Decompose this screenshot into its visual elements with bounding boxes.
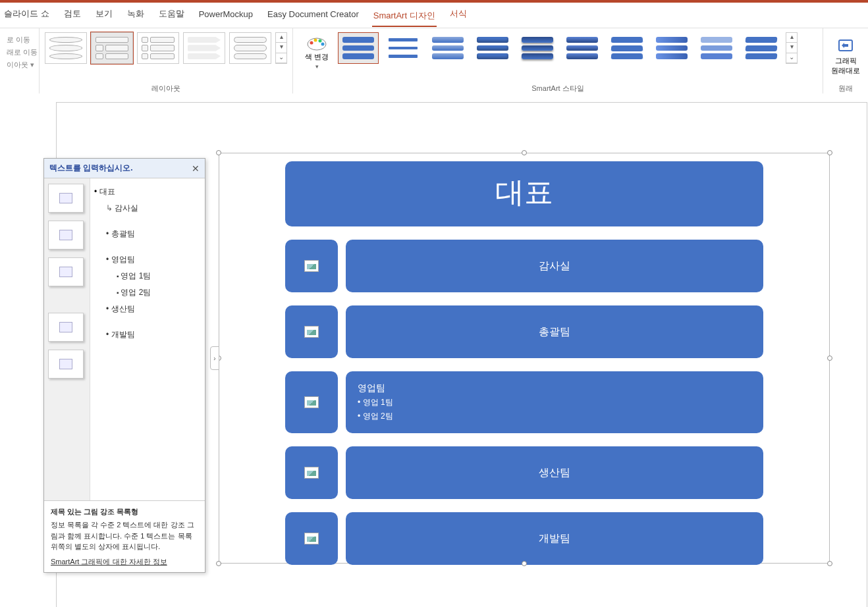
picture-placeholder[interactable]: [285, 305, 338, 358]
gallery-up-icon[interactable]: ▴: [276, 33, 286, 43]
text-pane-thumb[interactable]: [48, 257, 84, 286]
style-option-10[interactable]: [741, 32, 782, 64]
ribbon: 로 이동 래로 이동 이아웃 ▾: [0, 28, 868, 95]
reset-icon: [836, 36, 855, 55]
layout-option-2[interactable]: [91, 32, 133, 64]
smartart-text[interactable]: 감사실: [346, 240, 763, 292]
svg-point-4: [321, 43, 325, 46]
outline-item[interactable]: 개발팀: [94, 327, 201, 343]
action-layout[interactable]: 이아웃 ▾: [7, 60, 32, 70]
resize-handle[interactable]: [827, 356, 832, 361]
tab-format[interactable]: 서식: [448, 7, 468, 24]
gallery-down-icon[interactable]: ▾: [786, 43, 797, 53]
style-option-9[interactable]: [696, 32, 737, 64]
outline-item[interactable]: 영업 2팀: [94, 284, 201, 301]
smartart-row[interactable]: 총괄팀: [285, 305, 763, 358]
style-option-2[interactable]: [383, 32, 423, 64]
outline-item[interactable]: 영업 1팀: [94, 268, 201, 284]
text-pane-outline[interactable]: 대표감사실총괄팀영업팀영업 1팀영업 2팀생산팀개발팀: [90, 178, 205, 500]
picture-placeholder[interactable]: [285, 446, 338, 499]
style-option-7[interactable]: [607, 32, 647, 64]
picture-placeholder[interactable]: [285, 240, 338, 292]
tab-powermockup[interactable]: PowerMockup: [198, 8, 254, 23]
svg-point-3: [319, 40, 322, 43]
gallery-down-icon[interactable]: ▾: [276, 43, 286, 53]
text-pane-footer: 제목 있는 그림 강조 목록형 정보 목록을 각 수준 2 텍스트에 대한 강조…: [44, 501, 205, 573]
gallery-more-icon[interactable]: ⌄: [786, 53, 797, 63]
resize-handle[interactable]: [827, 561, 832, 566]
text-pane-thumb[interactable]: [48, 221, 84, 250]
layout-gallery-spinner[interactable]: ▴ ▾ ⌄: [275, 32, 287, 64]
layout-option-5[interactable]: [229, 32, 271, 64]
style-option-3[interactable]: [427, 32, 468, 64]
layout-option-1[interactable]: [45, 32, 87, 64]
style-option-1[interactable]: [338, 32, 379, 64]
resize-handle[interactable]: [827, 150, 832, 155]
footer-title: 제목 있는 그림 강조 목록형: [51, 506, 198, 517]
image-placeholder-icon: [304, 326, 319, 338]
layout-gallery: ▴ ▾ ⌄: [45, 32, 287, 64]
tab-smartart-design[interactable]: SmartArt 디자인: [372, 9, 437, 27]
smartart-content: 대표 감사실총괄팀영업팀영업 1팀영업 2팀생산팀개발팀: [219, 153, 829, 573]
smartart-text[interactable]: 영업팀영업 1팀영업 2팀: [346, 371, 763, 433]
change-colors-button[interactable]: 색 변경 ▾: [298, 32, 335, 72]
outline-item[interactable]: 영업팀: [94, 251, 201, 268]
styles-gallery: ▴ ▾ ⌄: [338, 32, 798, 64]
ribbon-group-styles: 색 변경 ▾: [293, 28, 823, 95]
smartart-text[interactable]: 생산팀: [346, 446, 763, 499]
resize-handle[interactable]: [522, 561, 527, 566]
layout-option-4[interactable]: [183, 32, 225, 64]
action-move-down[interactable]: 래로 이동: [7, 47, 32, 57]
gallery-up-icon[interactable]: ▴: [786, 33, 797, 43]
slide[interactable]: 텍스트를 입력하십시오. ✕ 대표감사실총괄팀영업팀영업 1팀영업 2팀생산팀개…: [57, 103, 867, 607]
tab-help[interactable]: 도움말: [157, 7, 186, 24]
tab-easy-document-creator[interactable]: Easy Document Creator: [266, 8, 360, 23]
smartart-row[interactable]: 개발팀: [285, 512, 763, 565]
smartart-row[interactable]: 감사실: [285, 240, 763, 292]
resize-handle[interactable]: [216, 561, 221, 566]
smartart-row[interactable]: 생산팀: [285, 446, 763, 499]
close-icon[interactable]: ✕: [192, 163, 200, 174]
image-placeholder-icon: [304, 467, 319, 479]
action-move-up[interactable]: 로 이동: [7, 35, 32, 45]
style-option-4[interactable]: [472, 32, 513, 64]
tab-record[interactable]: 녹화: [126, 7, 146, 24]
text-pane-thumb[interactable]: [48, 350, 84, 379]
gallery-more-icon[interactable]: ⌄: [276, 53, 286, 63]
outline-item[interactable]: 생산팀: [94, 301, 201, 317]
layout-group-label: 레이아웃: [45, 82, 287, 93]
resize-handle[interactable]: [522, 150, 527, 155]
style-option-8[interactable]: [651, 32, 692, 64]
resize-handle[interactable]: [216, 150, 221, 155]
picture-placeholder[interactable]: [285, 371, 338, 433]
smartart-sub-item: 영업 2팀: [358, 411, 393, 422]
smartart-text[interactable]: 개발팀: [346, 512, 763, 565]
tab-slideshow[interactable]: 슬라이드 쇼: [3, 7, 51, 24]
tab-view[interactable]: 보기: [94, 7, 114, 24]
reset-graphic-button[interactable]: 그래픽 원래대로: [828, 32, 863, 80]
text-pane-toggle[interactable]: ›: [210, 346, 219, 370]
outline-item[interactable]: 총괄팀: [94, 226, 201, 242]
styles-gallery-spinner[interactable]: ▴ ▾ ⌄: [786, 32, 798, 64]
image-placeholder-icon: [304, 396, 319, 408]
picture-placeholder[interactable]: [285, 512, 338, 565]
learn-more-link[interactable]: SmartArt 그래픽에 대한 자세한 정보: [51, 556, 167, 567]
smartart-title[interactable]: 대표: [285, 161, 763, 226]
style-option-5[interactable]: [517, 32, 558, 64]
text-pane-thumbs: [44, 178, 90, 500]
outline-item[interactable]: 감사실: [94, 200, 201, 217]
footer-desc: 정보 목록을 각 수준 2 텍스트에 대한 강조 그림과 함께 표시합니다. 수…: [51, 519, 198, 552]
layout-option-3[interactable]: [137, 32, 179, 64]
text-pane-thumb[interactable]: [48, 313, 84, 342]
text-pane-header: 텍스트를 입력하십시오. ✕: [44, 159, 205, 178]
text-pane-thumb[interactable]: [48, 184, 84, 213]
smartart-bounding-box[interactable]: › 대표 감사실총괄팀영업팀영업 1팀영업 2팀생산팀개발팀: [219, 153, 830, 564]
chevron-down-icon: ▾: [30, 61, 34, 68]
outline-item[interactable]: 대표: [94, 184, 201, 200]
styles-group-label: SmartArt 스타일: [298, 82, 817, 93]
chevron-down-icon: ▾: [315, 63, 319, 70]
tab-review[interactable]: 검토: [63, 7, 82, 24]
smartart-row[interactable]: 영업팀영업 1팀영업 2팀: [285, 371, 763, 433]
style-option-6[interactable]: [562, 32, 603, 64]
smartart-text[interactable]: 총괄팀: [346, 305, 763, 358]
